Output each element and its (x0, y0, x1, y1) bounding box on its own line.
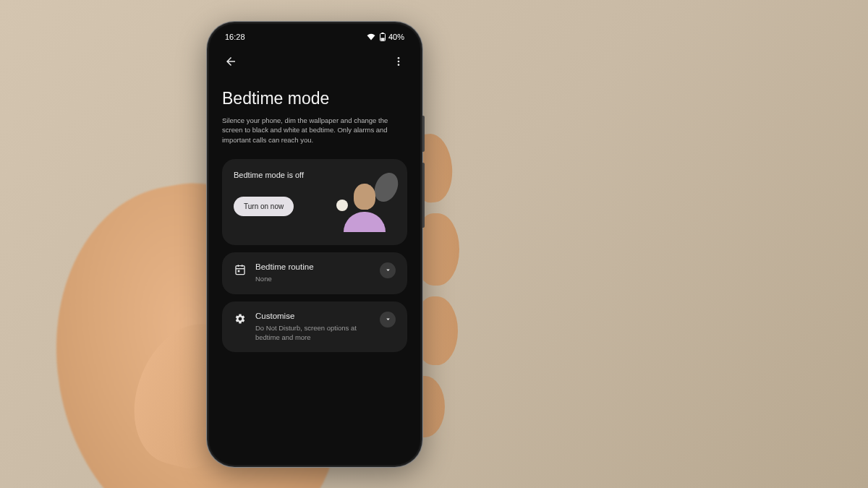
content: Bedtime mode Silence your phone, dim the… (209, 76, 420, 352)
phone-volume-button (422, 163, 425, 228)
svg-rect-10 (238, 270, 240, 273)
arrow-back-icon (224, 55, 237, 68)
svg-point-3 (398, 57, 400, 59)
battery-percent: 40% (388, 33, 404, 41)
calendar-icon (234, 263, 247, 276)
svg-rect-6 (236, 266, 244, 275)
status-card: Bedtime mode is off Turn on now (222, 159, 407, 245)
chevron-down-icon (384, 266, 392, 274)
chevron-down-icon (384, 315, 392, 323)
status-bar: 16:28 40% (209, 24, 420, 46)
gear-icon (234, 312, 247, 325)
svg-point-4 (398, 61, 400, 63)
bedtime-illustration (331, 171, 396, 232)
phone-power-button (422, 116, 425, 152)
phone-screen: 16:28 40% Bedtime mode Silence y (209, 24, 420, 465)
customise-subtitle: Do Not Disturb, screen options at bedtim… (255, 324, 371, 343)
battery-icon (380, 33, 386, 41)
customise-title: Customise (255, 312, 371, 320)
more-button[interactable] (390, 53, 407, 70)
back-button[interactable] (222, 53, 239, 70)
more-vert-icon (393, 56, 404, 67)
expand-customise-button[interactable] (380, 312, 396, 328)
status-right: 40% (367, 33, 404, 41)
status-time: 16:28 (225, 33, 245, 41)
routine-title: Bedtime routine (255, 262, 371, 271)
turn-on-button[interactable]: Turn on now (234, 197, 294, 216)
page-title: Bedtime mode (222, 89, 407, 108)
expand-routine-button[interactable] (380, 262, 396, 278)
svg-point-5 (398, 64, 400, 66)
app-bar (209, 46, 420, 76)
customise-card[interactable]: Customise Do Not Disturb, screen options… (222, 301, 407, 353)
page-description: Silence your phone, dim the wallpaper an… (222, 116, 407, 145)
svg-rect-2 (380, 38, 384, 40)
bedtime-status-text: Bedtime mode is off (234, 171, 304, 179)
phone-frame: 16:28 40% Bedtime mode Silence y (207, 22, 422, 467)
bedtime-routine-card[interactable]: Bedtime routine None (222, 252, 407, 294)
routine-subtitle: None (255, 275, 371, 284)
wifi-icon (367, 33, 375, 40)
